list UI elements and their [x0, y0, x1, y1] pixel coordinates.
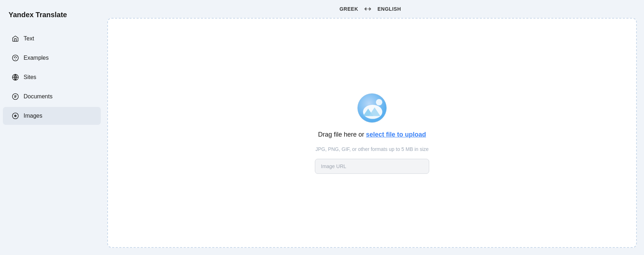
- sidebar-item-label-text: Text: [24, 35, 34, 42]
- svg-point-15: [376, 99, 382, 106]
- app-logo: Yandex Translate: [0, 7, 104, 30]
- sidebar-item-images[interactable]: Images: [3, 107, 101, 125]
- examples-icon: [11, 54, 19, 62]
- sidebar-item-label-examples: Examples: [24, 55, 49, 61]
- language-bar: GREEK ENGLISH: [104, 0, 637, 18]
- sidebar-item-text[interactable]: Text: [3, 30, 101, 48]
- home-icon: [11, 35, 19, 43]
- sidebar-item-documents[interactable]: Documents: [3, 88, 101, 106]
- target-language-label[interactable]: ENGLISH: [377, 6, 401, 12]
- svg-point-0: [13, 55, 19, 61]
- main-content: GREEK ENGLISH: [104, 0, 644, 255]
- image-url-input[interactable]: [315, 159, 429, 174]
- sidebar-item-sites[interactable]: Sites: [3, 68, 101, 86]
- sidebar: Yandex Translate Text Examples: [0, 0, 104, 255]
- drop-zone-main-text: Drag file here or select file to upload: [318, 130, 426, 139]
- sidebar-nav: Text Examples S: [0, 30, 104, 125]
- url-input-wrapper: [315, 159, 429, 174]
- drop-zone-hint: JPG, PNG, GIF, or other formats up to 5 …: [316, 145, 429, 153]
- sidebar-item-label-sites: Sites: [24, 74, 36, 80]
- source-language-label[interactable]: GREEK: [340, 6, 358, 12]
- select-file-link[interactable]: select file to upload: [366, 131, 426, 138]
- sidebar-item-examples[interactable]: Examples: [3, 49, 101, 67]
- sidebar-item-label-images: Images: [24, 113, 42, 119]
- swap-languages-icon[interactable]: [364, 5, 372, 13]
- sidebar-item-label-documents: Documents: [24, 93, 53, 100]
- drop-zone[interactable]: Drag file here or select file to upload …: [107, 18, 637, 248]
- svg-point-7: [15, 116, 16, 116]
- images-icon: [11, 112, 19, 120]
- sites-icon: [11, 73, 19, 81]
- upload-illustration: [356, 92, 388, 124]
- documents-icon: [11, 93, 19, 100]
